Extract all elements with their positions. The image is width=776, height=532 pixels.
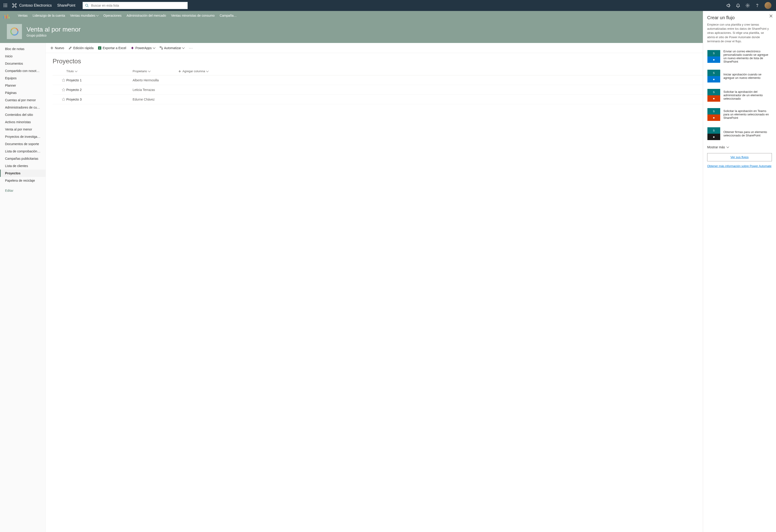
cmd-powerapps[interactable]: PowerApps: [131, 46, 155, 50]
nav-item[interactable]: Proyectos de investigación: [0, 133, 45, 140]
help-icon[interactable]: [755, 3, 760, 8]
cmd-quick-edit[interactable]: Edición rápida: [68, 46, 93, 50]
chevron-down-icon: [148, 69, 151, 72]
app-icon: ■: [708, 56, 720, 63]
app-icon: ■: [708, 114, 720, 121]
nav-item[interactable]: Lista de clientes: [0, 162, 45, 170]
svg-rect-6: [4, 6, 4, 7]
app-launcher-icon[interactable]: [2, 2, 9, 9]
nav-item[interactable]: Activos minoristas: [0, 118, 45, 126]
cmd-new[interactable]: Nuevo: [50, 46, 64, 50]
site-header: Venta al por menor Grupo público: [0, 20, 776, 43]
svg-rect-3: [4, 5, 4, 6]
app-name[interactable]: SharePoint: [57, 3, 75, 8]
cmd-more[interactable]: ···: [189, 46, 193, 50]
chevron-down-icon: [75, 69, 77, 72]
svg-rect-0: [4, 4, 4, 4]
nav-item[interactable]: Bloc de notas: [0, 45, 45, 52]
svg-point-24: [162, 48, 163, 49]
nav-item[interactable]: Cuentas al por menor: [0, 96, 45, 104]
chevron-down-icon: [96, 14, 99, 16]
powerapps-icon: [131, 46, 134, 50]
site-logo: [7, 24, 22, 39]
nav-item[interactable]: Documentos: [0, 60, 45, 67]
hub-item-ventas[interactable]: Ventas: [18, 14, 28, 17]
svg-point-16: [757, 6, 757, 7]
nav-item[interactable]: Planner: [0, 82, 45, 89]
list-table: Título Propietario Agregar columna Proye…: [46, 67, 776, 111]
search-box[interactable]: [82, 2, 188, 9]
item-icon: [62, 88, 65, 92]
nav-item[interactable]: Proyectos: [0, 170, 45, 177]
svg-point-10: [12, 3, 13, 5]
table-header: Título Propietario Agregar columna: [52, 67, 769, 75]
sharepoint-icon: S: [708, 108, 720, 114]
nav-item[interactable]: Contenidos del sitio: [0, 111, 45, 118]
user-avatar[interactable]: [765, 2, 771, 9]
close-icon[interactable]: [769, 14, 773, 18]
hub-item-mercado[interactable]: Administración del mercado: [127, 14, 166, 17]
hub-item-campana[interactable]: Campaña…: [220, 14, 237, 17]
sharepoint-icon: S: [708, 50, 720, 56]
flow-template[interactable]: S■Obtener firmas para un elemento selecc…: [707, 125, 772, 143]
add-column[interactable]: Agregar columna: [178, 69, 208, 73]
column-header-owner[interactable]: Propietario: [133, 69, 178, 73]
item-icon: [62, 97, 65, 101]
nav-edit-link[interactable]: Editar: [0, 187, 45, 194]
nav-item[interactable]: Venta al por menor: [0, 126, 45, 133]
nav-item[interactable]: Campañas publicitarias: [0, 155, 45, 162]
hub-item-minoristas[interactable]: Ventas minoristas de consumo: [171, 14, 215, 17]
show-more-button[interactable]: Mostrar más: [707, 145, 772, 149]
svg-rect-1: [5, 4, 6, 4]
search-input[interactable]: [91, 4, 185, 7]
flow-template[interactable]: S■Enviar un correo electrónico personali…: [707, 47, 772, 66]
template-label: Obtener firmas para un elemento seleccio…: [724, 130, 772, 137]
table-row[interactable]: Proyecto 1Alberto Hermosilla: [52, 75, 769, 85]
flow-icon: [160, 46, 163, 50]
app-icon: ■: [708, 134, 720, 140]
svg-point-14: [85, 4, 88, 6]
app-icon: ■: [708, 95, 720, 102]
template-icons: S■: [708, 127, 720, 140]
chevron-down-icon: [153, 46, 155, 49]
cmd-automate[interactable]: Automatizar: [160, 46, 185, 50]
plus-icon: [178, 70, 181, 73]
template-label: Iniciar aprobación cuando se agregue un …: [724, 73, 772, 79]
nav-item[interactable]: Páginas: [0, 89, 45, 96]
svg-point-13: [15, 6, 16, 8]
nav-item[interactable]: Compartido con nosotros: [0, 67, 45, 74]
command-bar: Nuevo Edición rápida x Exportar a Excel …: [46, 43, 776, 53]
list-title: Proyectos: [46, 53, 776, 67]
table-row[interactable]: Proyecto 3Edurne Chávez: [52, 94, 769, 104]
brand-logo: Contoso Electronics: [12, 3, 52, 8]
nav-item[interactable]: Papelera de reciclaje: [0, 177, 45, 184]
table-row[interactable]: Proyecto 2Leticia Terrazas: [52, 85, 769, 94]
learn-more-link[interactable]: Obtener más información sobre Power Auto…: [707, 164, 771, 168]
settings-icon[interactable]: [745, 3, 750, 8]
panel-title: Crear un flujo: [707, 15, 772, 20]
notifications-icon[interactable]: [736, 3, 740, 8]
excel-icon: x: [98, 46, 101, 50]
cell-title: Proyecto 2: [66, 88, 133, 92]
panel-description: Empiece con una plantilla y cree tareas …: [707, 23, 772, 43]
see-your-flows-button[interactable]: Ver sus flujos: [707, 153, 772, 161]
megaphone-icon[interactable]: [726, 3, 731, 8]
nav-item[interactable]: Inicio: [0, 52, 45, 60]
plus-icon: [50, 46, 53, 50]
column-header-title[interactable]: Título: [66, 69, 133, 73]
nav-item[interactable]: Documentos de soporte: [0, 140, 45, 148]
hub-nav: Ventas Liderazgo de la cuenta Ventas mun…: [0, 11, 776, 20]
nav-item[interactable]: Equipos: [0, 74, 45, 82]
nav-item[interactable]: Lista de comprobación d…: [0, 148, 45, 155]
flow-template[interactable]: S■Iniciar aprobación cuando se agregue u…: [707, 67, 772, 85]
hub-item-operaciones[interactable]: Operaciones: [104, 14, 122, 17]
sharepoint-icon: S: [708, 127, 720, 134]
hub-item-mundiales[interactable]: Ventas mundiales: [70, 14, 99, 17]
flow-template[interactable]: S■Solicitar la aprobación del administra…: [707, 86, 772, 104]
cmd-export-excel[interactable]: x Exportar a Excel: [98, 46, 126, 50]
flow-template[interactable]: S■Solicitar la aprobación en Teams para …: [707, 105, 772, 123]
template-label: Solicitar la aprobación en Teams para un…: [724, 109, 772, 119]
hub-item-liderazgo[interactable]: Liderazgo de la cuenta: [33, 14, 65, 17]
left-nav: Bloc de notasInicioDocumentosCompartido …: [0, 43, 46, 532]
nav-item[interactable]: Administradores de cuentas: [0, 104, 45, 111]
